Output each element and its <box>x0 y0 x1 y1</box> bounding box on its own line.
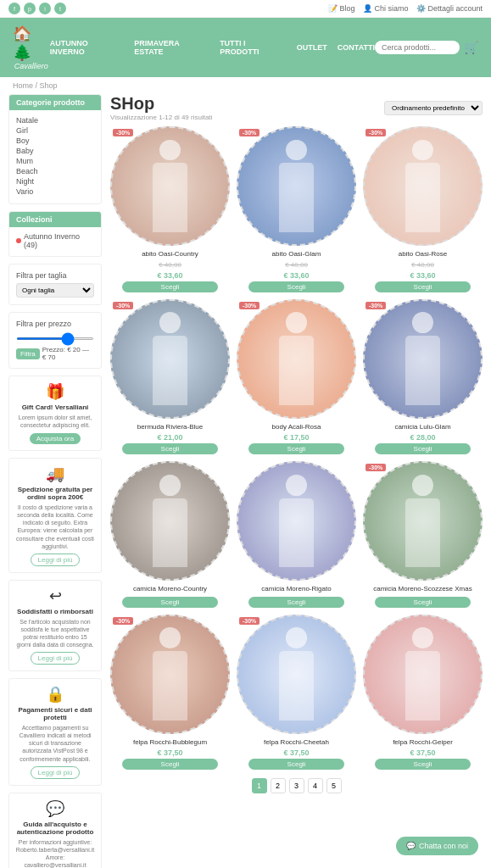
product-area: SHop Visualizzazione 1-12 di 49 risultat… <box>110 94 483 868</box>
product-add-btn[interactable]: Scegli <box>375 281 471 292</box>
category-natale[interactable]: Natale <box>16 115 94 125</box>
nav-outlet[interactable]: OUTLET <box>297 43 327 52</box>
product-add-btn[interactable]: Scegli <box>375 443 471 454</box>
product-price: € 33,60 <box>363 271 483 280</box>
product-card: felpa Rocchi-Geiper € 37,50 Scegli <box>363 615 483 771</box>
product-name: bermuda Riviera-Blue <box>110 423 230 431</box>
product-image <box>237 299 356 419</box>
instagram-icon[interactable]: i <box>39 3 51 14</box>
product-price: € 21,00 <box>110 433 230 442</box>
gift-card-box: 🎁 Gift Card! Versalliani Lorem ipsum dol… <box>8 376 102 451</box>
category-vario[interactable]: Vario <box>16 186 94 197</box>
sidebar: Categorie prodotto Natale Girl Boy Baby … <box>8 94 102 868</box>
size-filter-select[interactable]: Ogni taglia <box>16 283 94 298</box>
gift-card-btn[interactable]: Acquista ora <box>30 433 81 444</box>
price-range-text: Prezzo: € 20 — € 70 <box>42 346 94 361</box>
price-filter-section: Filtra per prezzo Filtra Prezzo: € 20 — … <box>8 312 102 369</box>
blog-link[interactable]: 📝 Blog <box>328 4 354 13</box>
product-add-btn[interactable]: Scegli <box>248 759 344 770</box>
guide-icon: 💬 <box>15 799 95 818</box>
shipping-icon: 🚚 <box>15 465 95 483</box>
categories-section: Categorie prodotto Natale Girl Boy Baby … <box>8 94 102 204</box>
shipping-title: Spedizione gratuita per ordini sopra 200… <box>15 486 95 501</box>
product-badge: -30% <box>113 129 133 136</box>
product-add-btn[interactable]: Scegli <box>122 597 218 608</box>
page-btn-2[interactable]: 2 <box>271 778 286 793</box>
pinterest-icon[interactable]: p <box>24 3 36 14</box>
product-add-btn[interactable]: Scegli <box>375 759 471 770</box>
product-image-wrap <box>237 461 356 581</box>
category-boy[interactable]: Boy <box>16 136 94 146</box>
product-card: -30% abito Oasi-Glam € 48,00 € 33,60 Sce… <box>237 126 356 292</box>
header-search: 🛒 <box>375 41 478 54</box>
product-add-btn[interactable]: Scegli <box>248 597 344 608</box>
page-btn-1[interactable]: 1 <box>252 778 267 793</box>
payments-btn[interactable]: Leggi di più <box>31 766 81 779</box>
payments-title: Pagamenti sicuri e dati protetti <box>15 706 95 721</box>
nav-primavera-estate[interactable]: PRIMAVERA ESTATE <box>134 39 209 56</box>
facebook-icon[interactable]: f <box>8 3 20 14</box>
shipping-box: 🚚 Spedizione gratuita per ordini sopra 2… <box>8 458 102 573</box>
nav-tutti-prodotti[interactable]: TUTTI I PRODOTTI <box>220 39 287 56</box>
product-add-btn[interactable]: Scegli <box>122 759 218 770</box>
product-add-btn[interactable]: Scegli <box>248 281 344 292</box>
returns-icon: ↩ <box>15 587 95 605</box>
size-filter-section: Filtra per taglia Ogni taglia <box>8 264 102 305</box>
product-add-btn[interactable]: Scegli <box>122 443 218 454</box>
sort-select[interactable]: Ordinamento predefinito <box>384 101 483 115</box>
product-name: body Acali-Rosa <box>237 423 356 431</box>
product-add-btn[interactable]: Scegli <box>248 443 344 454</box>
product-badge: -30% <box>239 617 259 625</box>
product-add-btn[interactable]: Scegli <box>122 281 218 292</box>
account-link[interactable]: ⚙️ Dettagli account <box>416 4 483 13</box>
product-badge: -30% <box>365 464 386 471</box>
shipping-btn[interactable]: Leggi di più <box>31 554 81 566</box>
product-name: camicia Moreno-Scozzese Xmas <box>363 585 483 593</box>
search-input[interactable] <box>375 41 460 54</box>
product-name: abito Oasi-Country <box>110 250 230 259</box>
category-girl[interactable]: Girl <box>16 125 94 136</box>
shop-title-area: SHop Visualizzazione 1-12 di 49 risultat… <box>110 94 212 121</box>
product-add-btn[interactable]: Scegli <box>375 597 471 608</box>
product-image-wrap: -30% <box>363 299 483 419</box>
product-price: € 28,00 <box>363 433 483 442</box>
product-name: camicia Moreno-Rigato <box>237 585 356 593</box>
page-btn-4[interactable]: 4 <box>308 778 323 793</box>
category-beach[interactable]: Beach <box>16 166 94 176</box>
product-badge: -30% <box>365 129 386 136</box>
about-link[interactable]: 👤 Chi siamo <box>363 4 408 13</box>
pagination: 12345 <box>110 778 483 793</box>
product-price: € 37,50 <box>110 748 230 757</box>
nav-contatti[interactable]: CONTATTI <box>338 43 375 52</box>
product-badge: -30% <box>239 302 259 309</box>
page-btn-5[interactable]: 5 <box>326 778 342 793</box>
category-baby[interactable]: Baby <box>16 146 94 156</box>
product-card: camicia Moreno-Rigato Scegli <box>237 461 356 608</box>
twitter-icon[interactable]: t <box>54 3 66 14</box>
product-badge: -30% <box>365 302 386 309</box>
product-card: -30% abito Oasi-Country € 48,00 € 33,60 … <box>110 126 230 292</box>
nav-autunno-inverno[interactable]: AUTUNNO INVERNO <box>50 39 125 56</box>
returns-text: Se l'articolo acquistato non soddisfa le… <box>15 618 95 648</box>
price-filter-btn[interactable]: Filtra <box>16 348 40 359</box>
product-card: -30% bermuda Riviera-Blue € 21,00 Scegli <box>110 299 230 455</box>
product-card: -30% abito Oasi-Rose € 48,00 € 33,60 Sce… <box>363 126 483 292</box>
price-range-slider[interactable] <box>16 337 94 340</box>
page-btn-3[interactable]: 3 <box>289 778 304 793</box>
product-image-wrap: -30% <box>237 299 356 419</box>
product-card: camicia Moreno-Country Scegli <box>110 461 230 608</box>
product-image <box>237 615 356 734</box>
cart-icon[interactable]: 🛒 <box>464 41 478 54</box>
category-mum[interactable]: Mum <box>16 156 94 166</box>
product-badge: -30% <box>239 129 259 136</box>
chat-button[interactable]: 💬 Chatta con noi <box>396 837 478 855</box>
main-nav: AUTUNNO INVERNO PRIMAVERA ESTATE TUTTI I… <box>50 39 375 56</box>
product-name: camicia Moreno-Country <box>110 585 230 593</box>
collections-section: Collezioni Autunno Inverno (49) <box>8 211 102 257</box>
breadcrumb: Home / Shop <box>0 77 491 94</box>
product-badge: -30% <box>113 617 133 625</box>
returns-btn[interactable]: Leggi di più <box>31 652 81 665</box>
logo[interactable]: 🏠🌲 Cavalliero <box>13 25 50 70</box>
category-night[interactable]: Night <box>16 176 94 186</box>
collection-autunno-inverno[interactable]: Autunno Inverno (49) <box>16 232 94 249</box>
